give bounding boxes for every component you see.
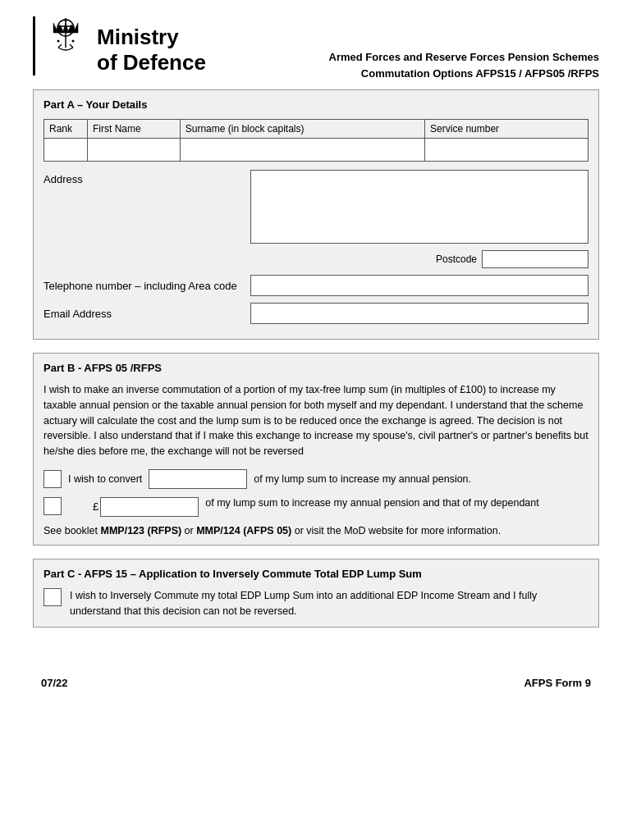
- convert-amount-2[interactable]: [100, 497, 199, 517]
- convert-checkbox-1[interactable]: [44, 470, 62, 488]
- postcode-row: Postcode: [44, 250, 588, 268]
- svg-line-3: [58, 44, 62, 48]
- footer-date: 07/22: [41, 677, 68, 689]
- pound-area: £: [93, 497, 199, 517]
- col-firstname-header: First Name: [88, 120, 181, 139]
- part-c-checkbox[interactable]: [44, 588, 62, 606]
- col-rank-header: Rank: [44, 120, 88, 139]
- part-a-title: Part A – Your Details: [44, 98, 588, 111]
- mod-crest-icon: [44, 16, 89, 66]
- svg-line-4: [70, 44, 73, 48]
- part-a-section: Part A – Your Details Rank First Name Su…: [33, 89, 599, 340]
- svg-point-7: [57, 40, 60, 43]
- telephone-row: Telephone number – including Area code: [44, 275, 588, 296]
- postcode-label: Postcode: [436, 253, 477, 265]
- booklet-info: See booklet MMP/123 (RFPS) or MMP/124 (A…: [44, 525, 588, 536]
- rank-field[interactable]: [44, 139, 88, 162]
- part-c-section: Part C - AFPS 15 – Application to Invers…: [33, 559, 599, 628]
- convert-checkbox-2[interactable]: [44, 497, 62, 515]
- part-c-title: Part C - AFPS 15 – Application to Invers…: [44, 568, 588, 580]
- telephone-field[interactable]: [250, 275, 588, 296]
- convert-label: I wish to convert: [68, 473, 142, 485]
- booklet-ref-2: MMP/124 (AFPS 05): [196, 525, 291, 536]
- convert-suffix-2: of my lump sum to increase my annual pen…: [205, 497, 538, 509]
- pound-symbol: £: [93, 500, 98, 513]
- footer-form-name: AFPS Form 9: [524, 677, 591, 689]
- convert-row-1: I wish to convert of my lump sum to incr…: [44, 469, 588, 489]
- part-b-body: I wish to make an inverse commutation of…: [44, 382, 588, 459]
- personal-details-table: Rank First Name Surname (in block capita…: [44, 119, 588, 162]
- email-field[interactable]: [250, 303, 588, 324]
- col-surname-header: Surname (in block capitals): [180, 120, 424, 139]
- address-input-area: [250, 170, 588, 244]
- convert-row-2: £ of my lump sum to increase my annual p…: [44, 497, 588, 517]
- col-service-header: Service number: [425, 120, 588, 139]
- ministry-title: Ministry of Defence: [97, 25, 206, 75]
- part-c-body: I wish to Inversely Commute my total EDP…: [70, 588, 588, 619]
- page-header: Ministry of Defence Armed Forces and Res…: [33, 16, 599, 81]
- svg-point-8: [72, 40, 75, 43]
- logo-area: Ministry of Defence: [33, 16, 206, 75]
- service-number-field[interactable]: [425, 139, 588, 162]
- page-footer: 07/22 AFPS Form 9: [33, 677, 599, 689]
- part-c-row: I wish to Inversely Commute my total EDP…: [44, 588, 588, 619]
- firstname-field[interactable]: [88, 139, 181, 162]
- part-b-section: Part B - AFPS 05 /RFPS I wish to make an…: [33, 353, 599, 546]
- telephone-label: Telephone number – including Area code: [44, 280, 250, 292]
- convert-amount-1[interactable]: [149, 469, 247, 489]
- part-b-title: Part B - AFPS 05 /RFPS: [44, 362, 588, 374]
- booklet-ref-1: MMP/123 (RFPS): [101, 525, 182, 536]
- email-label: Email Address: [44, 308, 250, 320]
- address-field[interactable]: [250, 170, 588, 244]
- header-subtitle: Armed Forces and Reserve Forces Pension …: [329, 49, 599, 81]
- postcode-field[interactable]: [482, 250, 588, 268]
- surname-field[interactable]: [180, 139, 424, 162]
- address-label: Address: [44, 170, 250, 244]
- convert-suffix-1: of my lump sum to increase my annual pen…: [254, 473, 471, 485]
- address-row: Address: [44, 170, 588, 244]
- email-row: Email Address: [44, 303, 588, 324]
